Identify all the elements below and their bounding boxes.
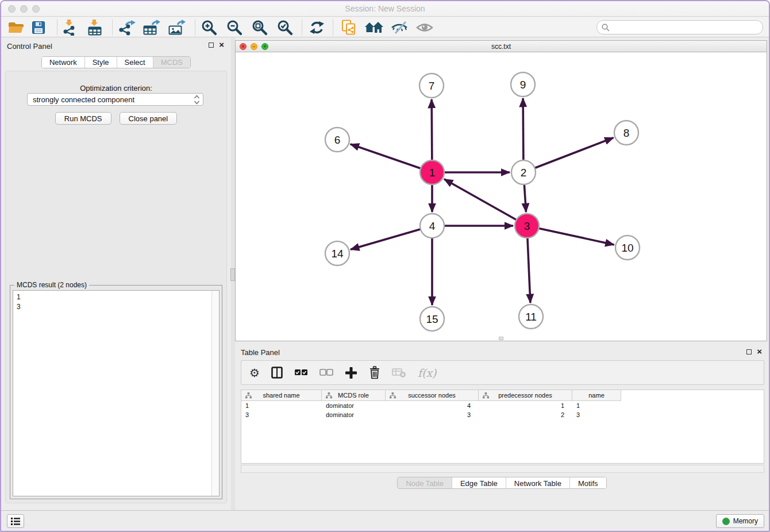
- table-horizontal-scrollbar[interactable]: [241, 465, 764, 473]
- mcds-result-title: MCDS result (2 nodes): [14, 281, 89, 289]
- network-canvas[interactable]: 7968124314101511: [236, 53, 767, 341]
- float-panel-icon[interactable]: [209, 43, 214, 48]
- sort-tree-icon: [390, 392, 396, 399]
- svg-text:8: 8: [623, 127, 630, 139]
- graph-node-11[interactable]: 11: [519, 304, 543, 329]
- zoom-fit-button[interactable]: [252, 20, 268, 36]
- cell-successor-nodes[interactable]: 4: [386, 401, 479, 410]
- import-table-icon: [88, 20, 102, 36]
- select-all-columns-icon[interactable]: [294, 369, 308, 377]
- create-column-plus-icon[interactable]: [345, 367, 357, 379]
- export-table-button[interactable]: [143, 20, 160, 36]
- tab-motifs[interactable]: Motifs: [569, 477, 606, 488]
- criterion-dropdown[interactable]: strongly connected component: [27, 93, 203, 106]
- table-row[interactable]: 3dominator323: [241, 410, 764, 419]
- delete-column-trash-icon[interactable]: [369, 366, 380, 379]
- refresh-button[interactable]: [309, 20, 325, 36]
- close-panel-icon[interactable]: ×: [219, 42, 224, 48]
- function-builder-icon[interactable]: f(x): [418, 367, 437, 379]
- table-tabs: Node TableEdge TableNetwork TableMotifs: [397, 477, 606, 489]
- graph-node-14[interactable]: 14: [325, 241, 349, 265]
- tab-node-table[interactable]: Node Table: [398, 477, 452, 488]
- mcds-result-list[interactable]: 13: [13, 290, 220, 496]
- column-header-predecessor-nodes[interactable]: predecessor nodes: [479, 390, 572, 401]
- graph-node-2[interactable]: 2: [511, 160, 536, 184]
- unselect-all-columns-icon[interactable]: [319, 369, 333, 377]
- graph-node-3[interactable]: 3: [515, 214, 539, 238]
- search-input[interactable]: [613, 23, 758, 32]
- graph-node-9[interactable]: 9: [511, 72, 535, 97]
- cell-successor-nodes[interactable]: 3: [386, 410, 479, 419]
- zoom-in-button[interactable]: [201, 20, 217, 36]
- splitter-handle[interactable]: [230, 268, 235, 281]
- save-session-button[interactable]: [32, 20, 45, 36]
- graph-node-7[interactable]: 7: [419, 74, 444, 98]
- home-view-button[interactable]: [364, 20, 384, 36]
- column-header-successor-nodes[interactable]: successor nodes: [386, 390, 479, 401]
- close-panel-button[interactable]: Close panel: [120, 112, 178, 125]
- tab-select[interactable]: Select: [117, 57, 153, 68]
- export-table-icon: [143, 20, 160, 36]
- edge-3-10[interactable]: [527, 226, 614, 245]
- network-resize-handle[interactable]: [499, 337, 503, 340]
- tab-style[interactable]: Style: [84, 57, 117, 68]
- graph-node-1[interactable]: 1: [420, 160, 444, 184]
- column-header-shared-name[interactable]: shared name: [241, 390, 322, 401]
- eye-slash-icon: [391, 21, 408, 34]
- network-graph: 7968124314101511: [236, 53, 767, 341]
- close-table-panel-icon[interactable]: ×: [757, 349, 762, 354]
- cell-name[interactable]: 1: [572, 401, 621, 410]
- table-row[interactable]: 1dominator411: [241, 401, 764, 410]
- edge-1-6[interactable]: [351, 144, 432, 172]
- cell-predecessor-nodes[interactable]: 1: [479, 401, 572, 410]
- tab-edge-table[interactable]: Edge Table: [452, 477, 506, 488]
- network-window-titlebar[interactable]: × − + scc.txt: [236, 41, 767, 52]
- zoom-out-button[interactable]: [226, 20, 242, 36]
- graph-node-4[interactable]: 4: [420, 214, 444, 238]
- edge-3-1[interactable]: [444, 179, 527, 226]
- zoom-selected-button[interactable]: [277, 20, 293, 36]
- graph-node-8[interactable]: 8: [614, 121, 638, 145]
- table-settings-gear-icon[interactable]: ⚙: [249, 366, 260, 380]
- svg-text:4: 4: [429, 220, 436, 232]
- column-header-MCDS-role[interactable]: MCDS role: [322, 390, 386, 401]
- svg-text:14: 14: [331, 248, 344, 260]
- svg-text:15: 15: [426, 313, 438, 325]
- svg-text:9: 9: [520, 79, 526, 91]
- delete-table-icon[interactable]: [392, 368, 406, 378]
- window-title: Session: New Session: [1, 4, 769, 13]
- vertical-splitter[interactable]: [231, 37, 235, 510]
- show-all-button[interactable]: [416, 20, 433, 36]
- cell-name[interactable]: 3: [572, 410, 621, 419]
- cell-predecessor-nodes[interactable]: 2: [479, 410, 572, 419]
- table-panel-title: Table Panel: [241, 348, 280, 357]
- edge-2-8[interactable]: [523, 138, 614, 172]
- search-box[interactable]: [596, 20, 763, 34]
- export-image-button[interactable]: [168, 20, 186, 36]
- cell-shared-name[interactable]: 1: [241, 401, 322, 410]
- graph-node-15[interactable]: 15: [420, 307, 444, 331]
- tab-network-table[interactable]: Network Table: [506, 477, 569, 488]
- result-scrollbar[interactable]: [211, 291, 219, 496]
- export-network-button[interactable]: [118, 20, 136, 36]
- run-mcds-button[interactable]: Run MCDS: [55, 112, 111, 125]
- cell-shared-name[interactable]: 3: [241, 410, 322, 419]
- memory-button[interactable]: Memory: [716, 514, 764, 528]
- import-network-button[interactable]: [62, 20, 77, 36]
- float-table-panel-icon[interactable]: [746, 349, 752, 354]
- cell-MCDS-role[interactable]: dominator: [322, 401, 386, 410]
- graph-node-10[interactable]: 10: [615, 236, 640, 260]
- graph-node-6[interactable]: 6: [325, 128, 349, 152]
- import-table-button[interactable]: [88, 20, 102, 36]
- tab-mcds[interactable]: MCDS: [153, 57, 190, 68]
- open-session-button[interactable]: [8, 20, 24, 36]
- show-columns-icon[interactable]: [271, 367, 283, 379]
- clone-network-button[interactable]: [341, 20, 356, 36]
- svg-text:3: 3: [524, 220, 530, 232]
- node-table[interactable]: shared nameMCDS rolesuccessor nodesprede…: [241, 390, 764, 464]
- hide-selected-button[interactable]: [391, 20, 408, 36]
- tab-network[interactable]: Network: [42, 57, 84, 68]
- task-history-button[interactable]: [7, 514, 24, 528]
- column-header-name[interactable]: name: [572, 390, 621, 401]
- cell-MCDS-role[interactable]: dominator: [322, 410, 386, 419]
